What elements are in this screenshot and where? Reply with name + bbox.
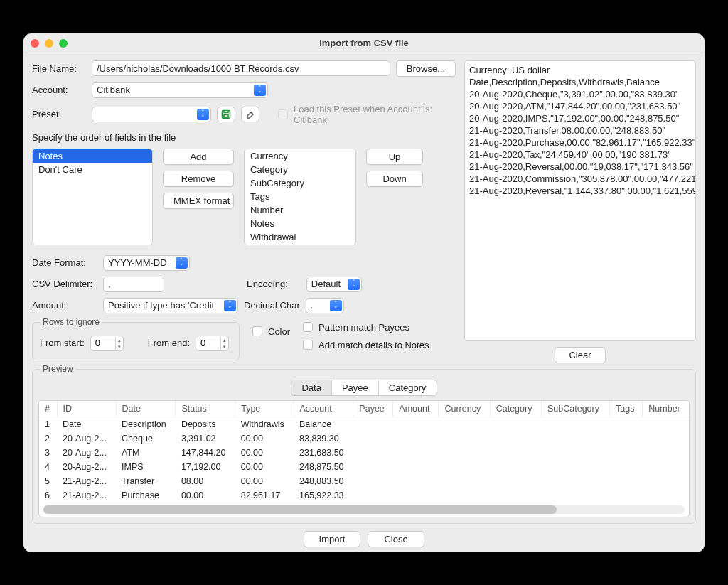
- pattern-payees-label: Pattern match Payees: [318, 322, 410, 333]
- rows-to-ignore-group: Rows to ignore From start: ▴▾ From end:: [32, 322, 240, 360]
- list-item[interactable]: SubCategory: [245, 176, 355, 190]
- chevron-updown-icon: ˄˅: [225, 301, 235, 312]
- tab-data[interactable]: Data: [291, 380, 331, 395]
- delimiter-input[interactable]: [103, 277, 164, 292]
- raw-line: 21-Aug-2020,Reversal,00.00,"19,038.17","…: [469, 161, 691, 173]
- delimiter-label: CSV Delimiter:: [32, 279, 97, 289]
- tab-payee[interactable]: Payee: [332, 380, 379, 395]
- raw-line: 21-Aug-2020,Reversal,"1,144,337.80",00.0…: [469, 185, 691, 197]
- list-item[interactable]: Tags: [245, 190, 355, 203]
- rows-to-ignore-caption: Rows to ignore: [40, 317, 102, 327]
- clear-button[interactable]: Clear: [555, 347, 606, 363]
- zoom-window-icon[interactable]: [59, 39, 68, 48]
- column-header[interactable]: Payee: [353, 401, 393, 417]
- chevron-updown-icon: ˄˅: [255, 85, 264, 97]
- raw-file-panel: Currency: US dollarDate,Description,Depo…: [464, 60, 696, 341]
- load-preset-label: Load this Preset when Account is: Citiba…: [294, 104, 443, 125]
- list-item[interactable]: Notes: [33, 149, 152, 163]
- list-item[interactable]: Number: [245, 203, 355, 217]
- import-button[interactable]: Import: [304, 531, 360, 547]
- column-header[interactable]: Status: [176, 401, 235, 417]
- column-header[interactable]: #: [39, 401, 57, 417]
- from-start-input[interactable]: [91, 338, 115, 348]
- date-format-value: YYYY-MM-DD: [108, 257, 167, 268]
- file-name-input[interactable]: [92, 60, 390, 76]
- stepper-arrows-icon[interactable]: ▴▾: [115, 337, 123, 350]
- add-button[interactable]: Add: [163, 149, 234, 165]
- raw-line: 21-Aug-2020,Commission,"305,878.00",00.0…: [469, 173, 691, 185]
- list-item[interactable]: Category: [245, 163, 355, 176]
- list-item[interactable]: Notes: [245, 217, 355, 230]
- chevron-updown-icon: ˄˅: [349, 279, 358, 291]
- list-item[interactable]: Currency: [245, 149, 355, 163]
- account-label: Account:: [32, 85, 86, 95]
- close-window-icon[interactable]: [31, 39, 39, 48]
- decimal-select[interactable]: . ˄˅: [306, 298, 344, 313]
- chevron-updown-icon: ˄˅: [331, 301, 341, 312]
- selected-fields-list[interactable]: NotesDon't Care: [32, 149, 153, 245]
- list-item[interactable]: Withdrawal: [245, 230, 355, 244]
- account-select[interactable]: Citibank ˄˅: [92, 82, 268, 98]
- preview-tabs[interactable]: DataPayeeCategory: [291, 380, 437, 396]
- column-header[interactable]: Type: [235, 401, 294, 417]
- column-header[interactable]: ID: [57, 401, 116, 417]
- column-header[interactable]: Tags: [610, 401, 643, 417]
- svg-rect-1: [224, 114, 228, 117]
- encoding-label: Encoding:: [247, 279, 288, 289]
- file-name-label: File Name:: [32, 63, 86, 74]
- from-end-input[interactable]: [196, 338, 220, 348]
- preview-caption: Preview: [40, 364, 76, 374]
- column-header[interactable]: Category: [490, 401, 541, 417]
- column-header[interactable]: Currency: [439, 401, 490, 417]
- column-header[interactable]: Number: [643, 401, 689, 417]
- remove-button[interactable]: Remove: [163, 171, 234, 187]
- table-row[interactable]: 521-Aug-2...Transfer08.0000.00248,883.50: [39, 474, 689, 488]
- save-preset-icon[interactable]: [217, 107, 235, 122]
- add-match-checkbox[interactable]: [303, 340, 313, 350]
- from-end-stepper[interactable]: ▴▾: [196, 336, 229, 351]
- amount-value: Positive if type has 'Credit': [108, 300, 216, 311]
- down-button[interactable]: Down: [366, 171, 423, 187]
- column-header[interactable]: Date: [116, 401, 176, 417]
- column-header[interactable]: Account: [294, 401, 353, 417]
- from-start-stepper[interactable]: ▴▾: [90, 336, 124, 351]
- encoding-select[interactable]: Default ˄˅: [306, 277, 362, 292]
- mmex-format-button[interactable]: MMEX format: [163, 193, 234, 209]
- column-header[interactable]: SubCategory: [542, 401, 610, 417]
- table-row[interactable]: 621-Aug-2...Purchase00.0082,961.17165,92…: [39, 488, 689, 503]
- horizontal-scrollbar[interactable]: [43, 505, 685, 514]
- raw-line: 20-Aug-2020,ATM,"147,844.20",00.00,"231,…: [469, 100, 691, 112]
- close-button[interactable]: Close: [368, 531, 424, 547]
- encoding-value: Default: [311, 279, 341, 289]
- chevron-updown-icon: ˄˅: [198, 109, 208, 121]
- amount-select[interactable]: Positive if type has 'Credit' ˄˅: [103, 298, 238, 313]
- amount-label: Amount:: [32, 300, 97, 311]
- up-button[interactable]: Up: [366, 149, 423, 165]
- table-row[interactable]: 220-Aug-2...Cheque3,391.0200.0083,839.30: [39, 431, 689, 446]
- list-item[interactable]: Deposit: [245, 244, 355, 245]
- minimize-window-icon[interactable]: [45, 39, 53, 48]
- titlebar: Import from CSV file: [23, 33, 705, 53]
- erase-preset-icon[interactable]: [241, 107, 259, 122]
- color-label: Color: [268, 326, 290, 337]
- table-row[interactable]: 420-Aug-2...IMPS17,192.0000.00248,875.50: [39, 460, 689, 474]
- preview-group: Preview DataPayeeCategory #IDDateStatusT…: [32, 369, 696, 524]
- tab-category[interactable]: Category: [379, 380, 437, 395]
- stepper-arrows-icon[interactable]: ▴▾: [220, 337, 228, 350]
- pattern-payees-checkbox[interactable]: [303, 322, 313, 332]
- raw-line: 21-Aug-2020,Transfer,08.00,00.00,"248,88…: [469, 124, 691, 136]
- table-row[interactable]: 1DateDescriptionDepositsWithdrawlsBalanc…: [39, 417, 689, 431]
- dialog-import-csv: Import from CSV file File Name: Browse..…: [23, 33, 705, 552]
- decimal-label: Decimal Char: [244, 300, 300, 311]
- preview-table[interactable]: #IDDateStatusTypeAccountPayeeAmountCurre…: [38, 400, 690, 517]
- raw-line: Date,Description,Deposits,Withdrawls,Bal…: [469, 76, 691, 88]
- column-header[interactable]: Amount: [393, 401, 439, 417]
- color-checkbox[interactable]: [252, 326, 262, 336]
- list-item[interactable]: Don't Care: [33, 163, 152, 176]
- preset-select[interactable]: ˄˅: [92, 107, 211, 122]
- browse-button[interactable]: Browse...: [396, 60, 456, 77]
- table-row[interactable]: 320-Aug-2...ATM147,844.2000.00231,683.50: [39, 446, 689, 460]
- available-fields-list[interactable]: CurrencyCategorySubCategoryTagsNumberNot…: [244, 149, 356, 245]
- date-format-select[interactable]: YYYY-MM-DD ˄˅: [103, 255, 190, 271]
- chevron-updown-icon: ˄˅: [177, 258, 186, 269]
